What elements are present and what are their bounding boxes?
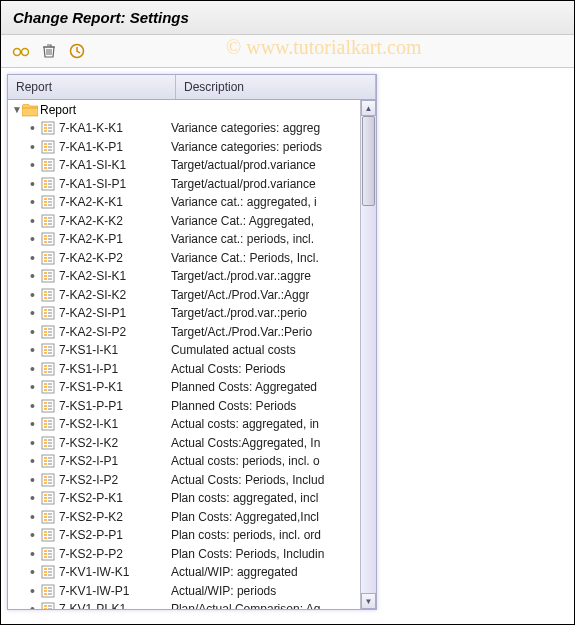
tree-panel: Report Description ▼ Report •7-KA1-K-K1V… [7,74,377,610]
svg-rect-82 [44,482,47,484]
document-icon [41,306,55,320]
bullet-icon: • [30,454,35,468]
report-description: Cumulated actual costs [171,343,296,357]
report-description: Planned Costs: Periods [171,399,296,413]
bullet-icon: • [30,158,35,172]
svg-rect-60 [44,383,47,385]
document-icon [41,325,55,339]
document-icon [41,288,55,302]
svg-rect-56 [44,365,47,367]
clock-button[interactable] [67,41,87,61]
report-description: Plan Costs: Aggregated,Incl [171,510,319,524]
svg-rect-102 [44,574,47,576]
tree-row[interactable]: •7-KA2-SI-K2Target/Act./Prod.Var.:Aggr [8,286,360,305]
svg-rect-42 [44,297,47,299]
svg-rect-72 [44,439,47,441]
report-code: 7-KA2-SI-P2 [59,325,171,339]
expand-toggle[interactable]: ▼ [12,104,22,115]
tree-row[interactable]: •7-KS2-P-P1Plan costs: periods, incl. or… [8,526,360,545]
bullet-icon: • [30,510,35,524]
bullet-icon: • [30,491,35,505]
tree-row[interactable]: •7-KS2-I-K2Actual Costs:Aggregated, In [8,434,360,453]
bullet-icon: • [30,528,35,542]
report-code: 7-KS2-P-K1 [59,491,171,505]
report-code: 7-KS2-I-K1 [59,417,171,431]
tree-row[interactable]: •7-KA1-K-P1Variance categories: periods [8,138,360,157]
tree-row[interactable]: •7-KA2-K-P2Variance Cat.: Periods, Incl. [8,249,360,268]
bullet-icon: • [30,547,35,561]
svg-rect-100 [44,568,47,570]
tree-row[interactable]: •7-KA1-K-K1Variance categories: aggreg [8,119,360,138]
tree-row[interactable]: •7-KS1-P-P1Planned Costs: Periods [8,397,360,416]
scroll-down-button[interactable]: ▼ [361,593,376,609]
scrollbar[interactable]: ▲ ▼ [360,100,376,609]
trash-button[interactable] [39,41,59,61]
tree-row[interactable]: •7-KA2-SI-P1Target/act./prod.var.:perio [8,304,360,323]
scroll-thumb[interactable] [362,116,375,206]
tree-row[interactable]: •7-KS2-P-K1Plan costs: aggregated, incl [8,489,360,508]
svg-rect-74 [44,445,47,447]
folder-icon [22,102,40,116]
header-description[interactable]: Description [176,75,376,99]
tree-root-label: Report [40,103,76,117]
report-description: Variance categories: periods [171,140,322,154]
svg-rect-106 [44,593,47,595]
svg-rect-18 [44,186,47,188]
document-icon [41,417,55,431]
report-description: Target/act./prod.var.:perio [171,306,307,320]
tree-row[interactable]: •7-KS2-I-P1Actual costs: periods, incl. … [8,452,360,471]
report-description: Variance Cat.: Aggregated, [171,214,314,228]
tree-row[interactable]: •7-KS1-P-K1Planned Costs: Aggregated [8,378,360,397]
document-icon [41,177,55,191]
tree-root[interactable]: ▼ Report [8,100,360,119]
report-description: Plan Costs: Periods, Includin [171,547,324,561]
svg-point-0 [14,49,21,56]
svg-rect-21 [44,201,47,203]
tree-row[interactable]: •7-KA2-SI-K1Target/act./prod.var.:aggre [8,267,360,286]
bullet-icon: • [30,399,35,413]
tree-row[interactable]: •7-KA2-SI-P2Target/Act./Prod.Var.:Perio [8,323,360,342]
tree-row[interactable]: •7-KA1-SI-P1Target/actual/prod.variance [8,175,360,194]
tree-row[interactable]: •7-KS1-I-K1Cumulated actual costs [8,341,360,360]
document-icon [41,399,55,413]
tree-row[interactable]: •7-KS2-I-K1Actual costs: aggregated, in [8,415,360,434]
tree-row[interactable]: •7-KA2-K-K2Variance Cat.: Aggregated, [8,212,360,231]
report-description: Plan costs: aggregated, incl [171,491,318,505]
svg-rect-65 [44,405,47,407]
header-report[interactable]: Report [8,75,176,99]
svg-rect-37 [44,275,47,277]
tree-row[interactable]: •7-KA1-SI-K1Target/actual/prod.variance [8,156,360,175]
svg-rect-70 [44,426,47,428]
tree-row[interactable]: •7-KA2-K-P1Variance cat.: periods, incl. [8,230,360,249]
tree-row[interactable]: •7-KV1-IW-K1Actual/WIP: aggregated [8,563,360,582]
report-description: Actual/WIP: aggregated [171,565,298,579]
scroll-up-button[interactable]: ▲ [361,100,376,116]
tree-row[interactable]: •7-KS2-P-K2Plan Costs: Aggregated,Incl [8,508,360,527]
clock-icon [69,43,85,59]
svg-rect-41 [44,294,47,296]
report-code: 7-KA2-SI-K2 [59,288,171,302]
tree-row[interactable]: •7-KV1-PI-K1Plan/Actual Comparison: Ag [8,600,360,609]
svg-rect-64 [44,402,47,404]
svg-rect-10 [44,149,47,151]
tree-row[interactable]: •7-KS2-I-P2Actual Costs: Periods, Includ [8,471,360,490]
glasses-button[interactable] [11,41,31,61]
report-description: Actual costs: periods, incl. o [171,454,320,468]
tree-row[interactable]: •7-KV1-IW-P1Actual/WIP: periods [8,582,360,601]
tree-row[interactable]: •7-KS1-I-P1Actual Costs: Periods [8,360,360,379]
report-code: 7-KS2-P-K2 [59,510,171,524]
report-code: 7-KA1-K-P1 [59,140,171,154]
svg-rect-104 [44,587,47,589]
svg-rect-84 [44,494,47,496]
svg-rect-45 [44,312,47,314]
tree-row[interactable]: •7-KA2-K-K1Variance cat.: aggregated, i [8,193,360,212]
svg-rect-17 [44,183,47,185]
svg-rect-108 [44,605,47,607]
scroll-track[interactable] [361,116,376,593]
svg-rect-81 [44,479,47,481]
bullet-icon: • [30,214,35,228]
svg-rect-101 [44,571,47,573]
report-description: Variance Cat.: Periods, Incl. [171,251,319,265]
bullet-icon: • [30,473,35,487]
tree-row[interactable]: •7-KS2-P-P2Plan Costs: Periods, Includin [8,545,360,564]
